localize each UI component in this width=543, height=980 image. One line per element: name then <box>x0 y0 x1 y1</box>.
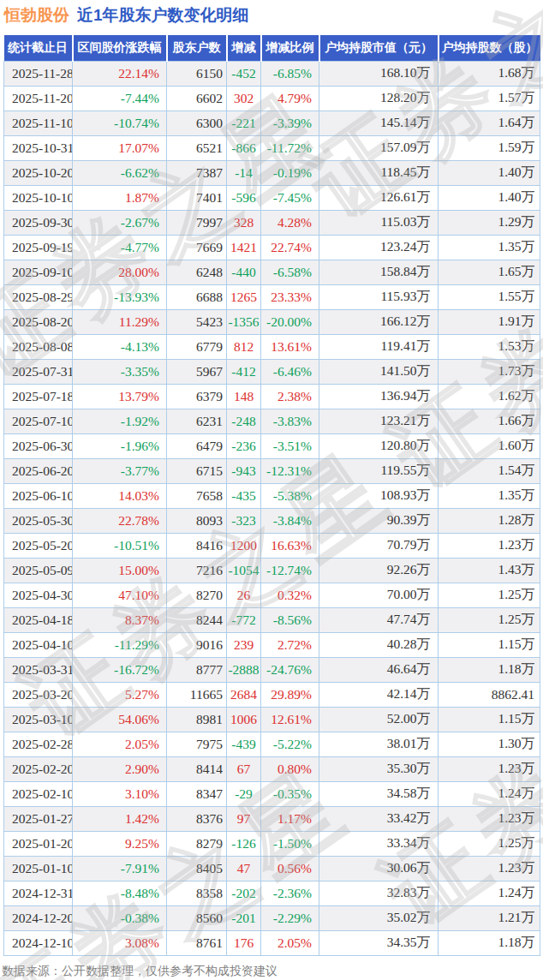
cell-delta: -440 <box>227 260 261 284</box>
cell-holders: 7387 <box>167 160 227 185</box>
cell-avg-value: 34.58万 <box>319 781 439 806</box>
cell-price-change: -7.44% <box>73 86 167 111</box>
cell-avg-value: 30.06万 <box>319 856 439 881</box>
table-row: 2025-03-31-16.72%8777-2888-24.76%46.64万1… <box>4 657 540 682</box>
page-title: 恒勃股份近1年股东户数变化明细 <box>0 0 543 35</box>
cell-delta-pct: -12.74% <box>261 558 319 583</box>
table-row: 2025-11-20-7.44%66023024.79%128.20万1.57万 <box>4 86 540 111</box>
cell-avg-shares: 1.64万 <box>439 111 540 135</box>
cell-price-change: -11.29% <box>73 632 167 657</box>
cell-holders: 8416 <box>167 533 227 558</box>
cell-avg-shares: 1.23万 <box>439 806 540 831</box>
cell-price-change: 1.87% <box>73 185 167 210</box>
cell-delta: -29 <box>227 781 261 806</box>
shareholder-table: 统计截止日区间股价涨跌幅股东户数增减增减比例户均持股市值（元）户均持股数（股） … <box>3 35 540 956</box>
table-row: 2025-02-202.90%8414670.80%35.30万1.23万 <box>4 756 540 781</box>
cell-avg-shares: 1.23万 <box>439 756 540 781</box>
cell-avg-value: 92.26万 <box>319 558 439 583</box>
cell-price-change: 15.00% <box>73 558 167 583</box>
cell-price-change: -0.38% <box>73 905 167 930</box>
cell-avg-shares: 1.15万 <box>439 707 540 732</box>
cell-avg-shares: 1.25万 <box>439 831 540 856</box>
cell-avg-value: 119.55万 <box>319 458 439 483</box>
cell-delta: 26 <box>227 583 261 607</box>
cell-avg-shares: 1.28万 <box>439 508 540 533</box>
cell-avg-value: 34.35万 <box>319 930 439 955</box>
cell-avg-shares: 1.62万 <box>439 384 540 409</box>
cell-holders: 6300 <box>167 111 227 135</box>
cell-delta: 328 <box>227 210 261 235</box>
cell-delta-pct: -3.51% <box>261 433 319 458</box>
table-row: 2025-01-10-7.91%8405470.56%30.06万1.23万 <box>4 856 540 881</box>
cell-delta: -772 <box>227 607 261 632</box>
cell-delta: -866 <box>227 135 261 160</box>
cell-date: 2025-11-20 <box>4 86 73 111</box>
cell-price-change: -1.92% <box>73 409 167 433</box>
cell-date: 2024-12-20 <box>4 905 73 930</box>
cell-delta: 239 <box>227 632 261 657</box>
cell-delta-pct: -12.31% <box>261 458 319 483</box>
cell-delta-pct: -5.22% <box>261 732 319 756</box>
cell-date: 2025-09-19 <box>4 235 73 260</box>
cell-delta: 148 <box>227 384 261 409</box>
cell-avg-shares: 1.29万 <box>439 210 540 235</box>
column-header-price-change: 区间股价涨跌幅 <box>73 35 167 61</box>
cell-avg-value: 52.00万 <box>319 707 439 732</box>
cell-price-change: -6.62% <box>73 160 167 185</box>
cell-date: 2025-08-20 <box>4 309 73 334</box>
table-row: 2025-10-20-6.62%7387-14-0.19%118.45万1.40… <box>4 160 540 185</box>
cell-price-change: 5.27% <box>73 682 167 707</box>
cell-delta-pct: -6.46% <box>261 359 319 384</box>
cell-holders: 6231 <box>167 409 227 433</box>
cell-delta: -14 <box>227 160 261 185</box>
cell-avg-shares: 1.65万 <box>439 260 540 284</box>
cell-holders: 8761 <box>167 930 227 955</box>
cell-holders: 6150 <box>167 61 227 86</box>
cell-avg-shares: 1.25万 <box>439 607 540 632</box>
cell-avg-shares: 1.23万 <box>439 856 540 881</box>
cell-avg-value: 35.30万 <box>319 756 439 781</box>
table-header-row: 统计截止日区间股价涨跌幅股东户数增减增减比例户均持股市值（元）户均持股数（股） <box>4 35 540 61</box>
table-row: 2025-11-2822.14%6150-452-6.85%168.10万1.6… <box>4 61 540 86</box>
cell-delta-pct: -3.83% <box>261 409 319 433</box>
cell-avg-shares: 1.53万 <box>439 334 540 359</box>
cell-price-change: -13.93% <box>73 284 167 309</box>
cell-holders: 8777 <box>167 657 227 682</box>
cell-date: 2025-10-31 <box>4 135 73 160</box>
table-row: 2025-11-10-10.74%6300-221-3.39%145.14万1.… <box>4 111 540 135</box>
cell-date: 2025-03-10 <box>4 707 73 732</box>
column-header-delta-pct: 增减比例 <box>261 35 319 61</box>
cell-delta-pct: 1.17% <box>261 806 319 831</box>
cell-holders: 5423 <box>167 309 227 334</box>
cell-date: 2025-05-30 <box>4 508 73 533</box>
cell-holders: 5967 <box>167 359 227 384</box>
cell-holders: 6715 <box>167 458 227 483</box>
cell-date: 2025-02-20 <box>4 756 73 781</box>
cell-delta: 47 <box>227 856 261 881</box>
cell-date: 2025-01-20 <box>4 831 73 856</box>
column-header-avg-value: 户均持股市值（元） <box>319 35 439 61</box>
cell-price-change: -3.77% <box>73 458 167 483</box>
page-subtitle: 近1年股东户数变化明细 <box>77 6 249 24</box>
cell-date: 2025-08-08 <box>4 334 73 359</box>
table-row: 2025-10-3117.07%6521-866-11.72%157.09万1.… <box>4 135 540 160</box>
cell-avg-shares: 1.35万 <box>439 235 540 260</box>
cell-avg-shares: 1.24万 <box>439 881 540 905</box>
cell-price-change: -2.67% <box>73 210 167 235</box>
cell-price-change: 28.00% <box>73 260 167 284</box>
cell-delta: 1421 <box>227 235 261 260</box>
cell-holders: 7658 <box>167 483 227 508</box>
cell-delta: -435 <box>227 483 261 508</box>
cell-delta-pct: 4.28% <box>261 210 319 235</box>
cell-date: 2025-04-18 <box>4 607 73 632</box>
cell-avg-value: 126.61万 <box>319 185 439 210</box>
table-row: 2025-08-08-4.13%677981213.61%119.41万1.53… <box>4 334 540 359</box>
cell-price-change: 2.05% <box>73 732 167 756</box>
cell-price-change: 54.06% <box>73 707 167 732</box>
cell-avg-value: 46.64万 <box>319 657 439 682</box>
cell-date: 2024-12-31 <box>4 881 73 905</box>
cell-delta-pct: 0.80% <box>261 756 319 781</box>
cell-price-change: 2.90% <box>73 756 167 781</box>
cell-delta-pct: -24.76% <box>261 657 319 682</box>
table-row: 2025-04-10-11.29%90162392.72%40.28万1.15万 <box>4 632 540 657</box>
